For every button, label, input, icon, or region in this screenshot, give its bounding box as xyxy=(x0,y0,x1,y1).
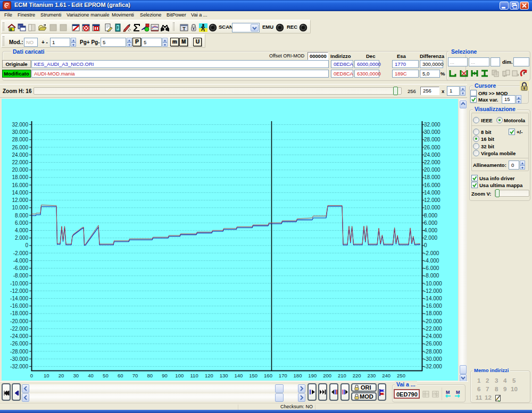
svg-text:180: 180 xyxy=(294,373,302,378)
svg-text:-10.000: -10.000 xyxy=(424,281,442,286)
svg-text:-4.000: -4.000 xyxy=(13,258,29,264)
svg-text:60: 60 xyxy=(118,373,123,378)
svg-text:-12.000: -12.000 xyxy=(424,288,442,294)
svg-text:-8.000: -8.000 xyxy=(424,273,439,279)
svg-text:190: 190 xyxy=(308,373,317,378)
svg-text:150: 150 xyxy=(249,373,257,378)
svg-text:30.000: 30.000 xyxy=(12,129,28,135)
svg-text:-32.000: -32.000 xyxy=(424,364,442,369)
svg-text:32.000: 32.000 xyxy=(424,122,440,128)
svg-text:70: 70 xyxy=(132,373,138,378)
svg-text:-6.000: -6.000 xyxy=(424,265,439,271)
svg-text:-24.000: -24.000 xyxy=(424,333,442,339)
svg-text:12.000: 12.000 xyxy=(424,197,440,203)
svg-text:-30.000: -30.000 xyxy=(10,356,28,362)
svg-text:28.000: 28.000 xyxy=(12,137,28,142)
svg-text:0: 0 xyxy=(25,242,28,248)
svg-text:T: T xyxy=(182,26,186,31)
svg-text:-8.000: -8.000 xyxy=(13,273,29,279)
svg-text:18.000: 18.000 xyxy=(12,174,28,180)
svg-text:12.000: 12.000 xyxy=(12,197,28,203)
svg-text:32.000: 32.000 xyxy=(12,122,28,128)
svg-text:-32.000: -32.000 xyxy=(10,364,28,369)
svg-text:90: 90 xyxy=(162,373,168,378)
svg-text:-20.000: -20.000 xyxy=(10,318,28,324)
svg-text:-24.000: -24.000 xyxy=(10,333,28,339)
svg-text:M: M xyxy=(446,390,450,395)
svg-text:20.000: 20.000 xyxy=(12,167,28,173)
svg-text:-10.000: -10.000 xyxy=(10,281,28,286)
svg-text:-4.000: -4.000 xyxy=(424,258,439,264)
svg-text:26.000: 26.000 xyxy=(12,145,28,150)
svg-text:120: 120 xyxy=(205,373,213,378)
svg-text:22.000: 22.000 xyxy=(12,159,28,165)
svg-text:-14.000: -14.000 xyxy=(424,296,442,301)
svg-text:18.000: 18.000 xyxy=(424,174,440,180)
svg-text:-28.000: -28.000 xyxy=(10,349,28,355)
svg-text:20: 20 xyxy=(59,373,64,378)
svg-text:-6.000: -6.000 xyxy=(13,265,29,271)
svg-text:-22.000: -22.000 xyxy=(10,326,28,332)
svg-text:0: 0 xyxy=(424,242,427,248)
svg-text:2.000: 2.000 xyxy=(15,235,28,241)
svg-text:2.000: 2.000 xyxy=(424,235,437,241)
svg-text:-14.000: -14.000 xyxy=(10,296,28,301)
svg-text:0: 0 xyxy=(30,373,33,378)
svg-text:8.000: 8.000 xyxy=(15,213,28,218)
svg-text:28.000: 28.000 xyxy=(424,137,440,142)
svg-text:-2.000: -2.000 xyxy=(424,250,439,256)
svg-text:20.000: 20.000 xyxy=(424,167,440,173)
svg-text:240: 240 xyxy=(382,373,390,378)
svg-text:-12.000: -12.000 xyxy=(10,288,28,294)
svg-text:50: 50 xyxy=(103,373,109,378)
svg-text:16.000: 16.000 xyxy=(12,182,28,188)
svg-text:170: 170 xyxy=(279,373,287,378)
svg-text:110: 110 xyxy=(190,373,198,378)
svg-text:-2.000: -2.000 xyxy=(13,250,29,256)
svg-text:4.000: 4.000 xyxy=(424,227,437,233)
svg-text:80: 80 xyxy=(147,373,153,378)
svg-text:14.000: 14.000 xyxy=(424,190,440,196)
svg-text:10.000: 10.000 xyxy=(12,205,28,210)
svg-text:250: 250 xyxy=(397,373,405,378)
svg-text:230: 230 xyxy=(367,373,376,378)
svg-text:160: 160 xyxy=(264,373,272,378)
svg-text:6.000: 6.000 xyxy=(424,220,437,226)
svg-text:-16.000: -16.000 xyxy=(424,303,442,309)
svg-text:6.000: 6.000 xyxy=(15,220,28,226)
svg-text:-26.000: -26.000 xyxy=(10,341,28,347)
svg-text:22.000: 22.000 xyxy=(424,159,440,165)
svg-text:4.000: 4.000 xyxy=(15,227,28,233)
svg-text:10.000: 10.000 xyxy=(424,205,440,210)
svg-text:10: 10 xyxy=(44,373,49,378)
svg-text:100: 100 xyxy=(175,373,184,378)
svg-text:-30.000: -30.000 xyxy=(424,356,442,362)
svg-text:130: 130 xyxy=(220,373,228,378)
svg-text:-26.000: -26.000 xyxy=(424,341,442,347)
svg-text:140: 140 xyxy=(234,373,243,378)
svg-text:8.000: 8.000 xyxy=(424,213,437,218)
svg-text:40: 40 xyxy=(88,373,94,378)
svg-text:220: 220 xyxy=(353,373,361,378)
svg-text:200: 200 xyxy=(323,373,331,378)
svg-text:-20.000: -20.000 xyxy=(424,318,442,324)
svg-text:14.000: 14.000 xyxy=(12,190,28,196)
svg-text:M: M xyxy=(456,390,460,395)
svg-text:24.000: 24.000 xyxy=(12,152,28,158)
svg-text:26.000: 26.000 xyxy=(424,145,440,150)
svg-text:210: 210 xyxy=(338,373,346,378)
svg-text:-18.000: -18.000 xyxy=(10,310,28,316)
svg-text:30.000: 30.000 xyxy=(424,129,440,135)
svg-text:30: 30 xyxy=(73,373,79,378)
svg-text:-16.000: -16.000 xyxy=(10,303,28,309)
svg-text:-22.000: -22.000 xyxy=(424,326,442,332)
svg-text:-18.000: -18.000 xyxy=(424,310,442,316)
svg-text:-28.000: -28.000 xyxy=(424,349,442,355)
svg-text:16.000: 16.000 xyxy=(424,182,440,188)
svg-text:24.000: 24.000 xyxy=(424,152,440,158)
